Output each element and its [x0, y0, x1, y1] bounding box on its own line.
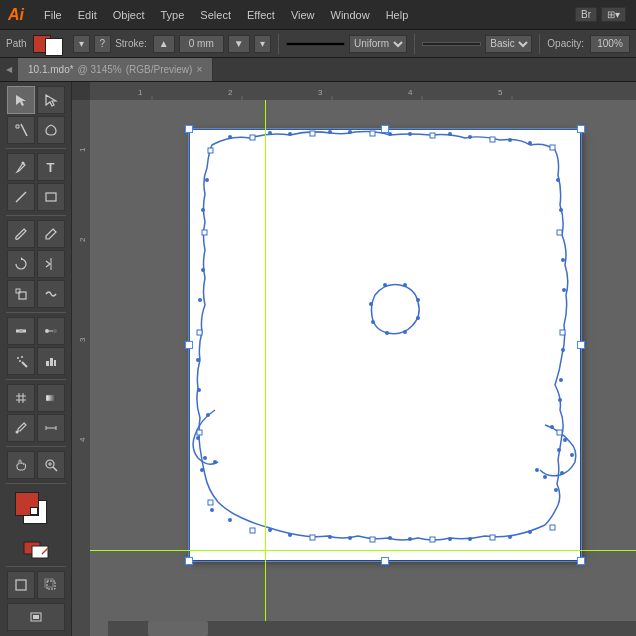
left-toolbar: T — [0, 82, 72, 636]
svg-rect-33 — [32, 546, 48, 558]
workspace-button[interactable]: ⊞▾ — [601, 7, 626, 22]
main-area: T — [0, 82, 636, 636]
svg-point-11 — [53, 329, 57, 333]
magic-wand-tool[interactable] — [7, 116, 35, 144]
canvas-viewport[interactable] — [90, 100, 636, 636]
stroke-options-button[interactable]: ? — [94, 35, 112, 53]
svg-rect-35 — [16, 580, 26, 590]
tool-row-10 — [7, 384, 65, 412]
color-swatches — [13, 492, 59, 532]
selection-tool[interactable] — [7, 86, 35, 114]
document-tab[interactable]: 10.1.mdo* @ 3145% (RGB/Preview) × — [18, 58, 213, 81]
lasso-tool[interactable] — [37, 116, 65, 144]
artboard — [190, 130, 580, 560]
svg-rect-17 — [50, 358, 53, 366]
svg-rect-37 — [45, 579, 53, 587]
gradient-tool[interactable] — [37, 384, 65, 412]
horizontal-scrollbar[interactable] — [108, 621, 636, 636]
tool-separator-6 — [6, 483, 66, 484]
tab-bar: ◀ 10.1.mdo* @ 3145% (RGB/Preview) × — [0, 58, 636, 82]
menu-effect[interactable]: Effect — [239, 5, 283, 25]
tool-separator-2 — [6, 215, 66, 216]
stroke-value[interactable] — [179, 35, 224, 53]
rect-tool[interactable] — [37, 183, 65, 211]
tool-row-5 — [7, 220, 65, 248]
fg-color-swatch[interactable] — [15, 492, 39, 516]
svg-text:4: 4 — [408, 88, 413, 97]
hand-tool[interactable] — [7, 451, 35, 479]
canvas-area[interactable]: 1 2 3 4 5 1 2 3 4 — [72, 82, 636, 636]
svg-text:2: 2 — [228, 88, 233, 97]
eyedropper-tool[interactable] — [7, 414, 35, 442]
svg-point-15 — [19, 360, 21, 362]
svg-point-14 — [21, 356, 23, 358]
zoom-tool[interactable] — [37, 451, 65, 479]
tab-zoom: @ 3145% — [78, 64, 122, 75]
svg-line-0 — [21, 124, 27, 136]
symbol-spray-tool[interactable] — [7, 347, 35, 375]
svg-text:3: 3 — [78, 337, 87, 342]
opacity-input[interactable] — [590, 35, 630, 53]
mesh-tool[interactable] — [7, 384, 35, 412]
basic-select[interactable]: Basic — [485, 35, 532, 53]
pencil-tool[interactable] — [37, 220, 65, 248]
warp-tool[interactable] — [37, 280, 65, 308]
svg-point-24 — [15, 431, 18, 434]
reflect-tool[interactable] — [37, 250, 65, 278]
svg-text:3: 3 — [318, 88, 323, 97]
graph-tool[interactable] — [37, 347, 65, 375]
menu-edit[interactable]: Edit — [70, 5, 105, 25]
stroke-up[interactable]: ▲ — [153, 35, 175, 53]
fill-button[interactable]: ▾ — [73, 35, 90, 53]
ruler-corner — [72, 82, 90, 100]
svg-rect-4 — [46, 193, 56, 201]
svg-marker-1 — [16, 125, 19, 128]
tool-row-1 — [7, 86, 65, 114]
menu-object[interactable]: Object — [105, 5, 153, 25]
tab-close-button[interactable]: × — [196, 64, 202, 75]
blend-tool[interactable] — [37, 317, 65, 345]
pen-tool[interactable] — [7, 153, 35, 181]
stroke-style-preview — [422, 42, 481, 46]
type-tool[interactable]: T — [37, 153, 65, 181]
width-tool[interactable] — [7, 317, 35, 345]
menu-type[interactable]: Type — [153, 5, 193, 25]
menu-window[interactable]: Window — [323, 5, 378, 25]
tool-separator-1 — [6, 148, 66, 149]
stroke-unit[interactable]: ▾ — [254, 35, 271, 53]
svg-rect-36 — [47, 581, 55, 589]
normal-draw-mode[interactable] — [7, 571, 35, 599]
svg-rect-23 — [46, 395, 56, 401]
svg-text:2: 2 — [78, 237, 87, 242]
tool-separator-4 — [6, 379, 66, 380]
menu-file[interactable]: File — [36, 5, 70, 25]
tab-scroll-left: ◀ — [0, 58, 18, 81]
measure-tool[interactable] — [37, 414, 65, 442]
menu-view[interactable]: View — [283, 5, 323, 25]
uniform-select[interactable]: Uniform — [349, 35, 407, 53]
screen-mode-button[interactable] — [7, 603, 65, 631]
tool-row-6 — [7, 250, 65, 278]
behind-draw-mode[interactable] — [37, 571, 65, 599]
tool-row-12 — [7, 451, 65, 479]
separator-1 — [278, 34, 279, 54]
stroke-down[interactable]: ▼ — [228, 35, 250, 53]
opacity-label: Opacity: — [547, 38, 584, 49]
menu-select[interactable]: Select — [192, 5, 239, 25]
paintbrush-tool[interactable] — [7, 220, 35, 248]
menu-help[interactable]: Help — [378, 5, 417, 25]
options-bar: Path ▾ ? Stroke: ▲ ▼ ▾ Uniform Basic Opa… — [0, 30, 636, 58]
direct-selection-tool[interactable] — [37, 86, 65, 114]
svg-point-13 — [17, 357, 19, 359]
line-tool[interactable] — [7, 183, 35, 211]
bridge-button[interactable]: Br — [575, 7, 597, 22]
svg-text:4: 4 — [78, 437, 87, 442]
tool-separator-5 — [6, 446, 66, 447]
scale-tool[interactable] — [7, 280, 35, 308]
ruler-top: 1 2 3 4 5 — [90, 82, 636, 100]
rotate-tool[interactable] — [7, 250, 35, 278]
separator-2 — [414, 34, 415, 54]
svg-text:5: 5 — [498, 88, 503, 97]
svg-rect-40 — [90, 82, 636, 100]
stroke-swatch[interactable] — [45, 38, 63, 56]
